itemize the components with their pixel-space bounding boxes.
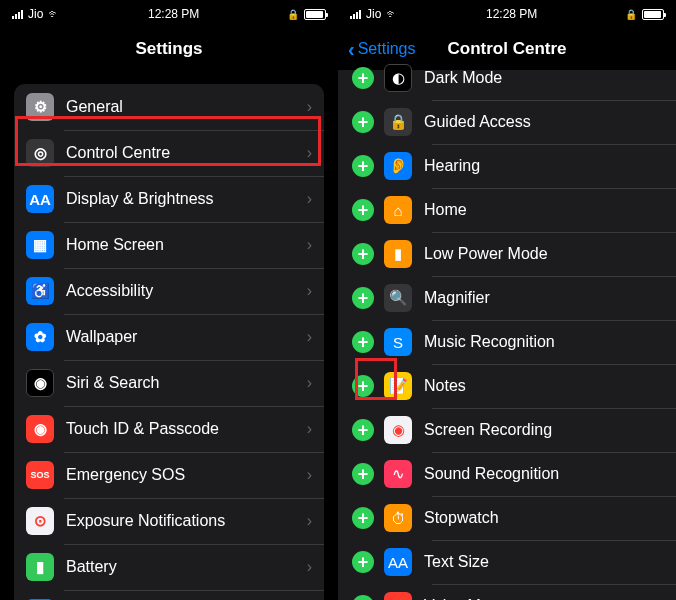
cc-row-low-power-mode: + ▮ Low Power Mode	[352, 232, 676, 276]
add-button[interactable]: +	[352, 595, 374, 600]
row-label: Display & Brightness	[66, 190, 307, 208]
wifi-icon: ᯤ	[386, 7, 398, 21]
lock-icon: 🔒	[287, 9, 299, 20]
cc-row-icon: ⏱	[384, 504, 412, 532]
row-icon: ◉	[26, 415, 54, 443]
cc-row-icon: ▮	[384, 240, 412, 268]
settings-row-accessibility[interactable]: ♿ Accessibility ›	[14, 268, 324, 314]
cc-row-label: Guided Access	[424, 113, 531, 131]
cc-row-label: Stopwatch	[424, 509, 499, 527]
status-bar: Jio ᯤ 12:28 PM 🔒	[0, 0, 338, 28]
row-icon: ◉	[26, 369, 54, 397]
settings-row-battery[interactable]: ▮ Battery ›	[14, 544, 324, 590]
wifi-icon: ᯤ	[48, 7, 60, 21]
chevron-right-icon: ›	[307, 558, 312, 576]
control-centre-list[interactable]: + ◐ Dark Mode+ 🔒 Guided Access+ 👂 Hearin…	[338, 56, 676, 600]
row-label: Control Centre	[66, 144, 307, 162]
settings-row-exposure-notifications[interactable]: ⊙ Exposure Notifications ›	[14, 498, 324, 544]
clock-label: 12:28 PM	[486, 7, 537, 21]
settings-screen: Jio ᯤ 12:28 PM 🔒 Settings ⚙ General ›◎ C…	[0, 0, 338, 600]
row-icon: ◎	[26, 139, 54, 167]
cc-row-icon: 🔒	[384, 108, 412, 136]
chevron-right-icon: ›	[307, 190, 312, 208]
cc-row-label: Music Recognition	[424, 333, 555, 351]
add-button[interactable]: +	[352, 287, 374, 309]
clock-label: 12:28 PM	[148, 7, 199, 21]
row-icon: ⊙	[26, 507, 54, 535]
add-button[interactable]: +	[352, 111, 374, 133]
chevron-right-icon: ›	[307, 98, 312, 116]
add-button[interactable]: +	[352, 243, 374, 265]
row-icon: ⚙	[26, 93, 54, 121]
settings-list[interactable]: ⚙ General ›◎ Control Centre ›AA Display …	[0, 70, 338, 600]
cc-row-magnifier: + 🔍 Magnifier	[352, 276, 676, 320]
row-icon: AA	[26, 185, 54, 213]
signal-icon	[350, 10, 361, 19]
cc-row-label: Low Power Mode	[424, 245, 548, 263]
row-label: Exposure Notifications	[66, 512, 307, 530]
battery-icon	[642, 9, 664, 20]
settings-row-general[interactable]: ⚙ General ›	[14, 84, 324, 130]
cc-row-icon: ∿	[384, 592, 412, 600]
cc-row-icon: S	[384, 328, 412, 356]
row-label: Emergency SOS	[66, 466, 307, 484]
settings-row-wallpaper[interactable]: ✿ Wallpaper ›	[14, 314, 324, 360]
signal-icon	[12, 10, 23, 19]
settings-row-privacy[interactable]: ✋ Privacy ›	[14, 590, 324, 600]
cc-row-voice-memos: + ∿ Voice Memos	[352, 584, 676, 600]
cc-row-hearing: + 👂 Hearing	[352, 144, 676, 188]
row-label: Battery	[66, 558, 307, 576]
add-button[interactable]: +	[352, 375, 374, 397]
cc-row-sound-recognition: + ∿ Sound Recognition	[352, 452, 676, 496]
row-label: Home Screen	[66, 236, 307, 254]
cc-row-notes: + 📝 Notes	[352, 364, 676, 408]
cc-row-label: Text Size	[424, 553, 489, 571]
add-button[interactable]: +	[352, 155, 374, 177]
cc-row-screen-recording: + ◉ Screen Recording	[352, 408, 676, 452]
row-icon: ▮	[26, 553, 54, 581]
settings-row-home-screen[interactable]: ▦ Home Screen ›	[14, 222, 324, 268]
add-button[interactable]: +	[352, 199, 374, 221]
row-icon: ✿	[26, 323, 54, 351]
cc-row-icon: ⌂	[384, 196, 412, 224]
row-icon: SOS	[26, 461, 54, 489]
row-label: Accessibility	[66, 282, 307, 300]
status-bar: Jio ᯤ 12:28 PM 🔒	[338, 0, 676, 28]
settings-row-display-brightness[interactable]: AA Display & Brightness ›	[14, 176, 324, 222]
row-label: Touch ID & Passcode	[66, 420, 307, 438]
cc-row-icon: 👂	[384, 152, 412, 180]
row-label: General	[66, 98, 307, 116]
cc-row-label: Sound Recognition	[424, 465, 559, 483]
settings-row-touch-id-passcode[interactable]: ◉ Touch ID & Passcode ›	[14, 406, 324, 452]
settings-row-siri-search[interactable]: ◉ Siri & Search ›	[14, 360, 324, 406]
chevron-right-icon: ›	[307, 282, 312, 300]
cc-row-stopwatch: + ⏱ Stopwatch	[352, 496, 676, 540]
chevron-right-icon: ›	[307, 466, 312, 484]
settings-row-control-centre[interactable]: ◎ Control Centre ›	[14, 130, 324, 176]
add-button[interactable]: +	[352, 419, 374, 441]
add-button[interactable]: +	[352, 463, 374, 485]
add-button[interactable]: +	[352, 507, 374, 529]
cc-row-icon: AA	[384, 548, 412, 576]
cc-row-icon: ◐	[384, 64, 412, 92]
cc-row-label: Dark Mode	[424, 69, 502, 87]
cc-row-label: Notes	[424, 377, 466, 395]
cc-row-music-recognition: + S Music Recognition	[352, 320, 676, 364]
cc-row-icon: 🔍	[384, 284, 412, 312]
chevron-right-icon: ›	[307, 144, 312, 162]
add-button[interactable]: +	[352, 331, 374, 353]
cc-row-text-size: + AA Text Size	[352, 540, 676, 584]
settings-row-emergency-sos[interactable]: SOS Emergency SOS ›	[14, 452, 324, 498]
cc-row-home: + ⌂ Home	[352, 188, 676, 232]
carrier-label: Jio	[28, 7, 43, 21]
chevron-right-icon: ›	[307, 236, 312, 254]
cc-row-icon: 📝	[384, 372, 412, 400]
add-button[interactable]: +	[352, 67, 374, 89]
add-button[interactable]: +	[352, 551, 374, 573]
cc-row-icon: ◉	[384, 416, 412, 444]
cc-row-guided-access: + 🔒 Guided Access	[352, 100, 676, 144]
cc-row-label: Home	[424, 201, 467, 219]
row-label: Siri & Search	[66, 374, 307, 392]
cc-row-icon: ∿	[384, 460, 412, 488]
cc-row-dark-mode: + ◐ Dark Mode	[352, 56, 676, 100]
